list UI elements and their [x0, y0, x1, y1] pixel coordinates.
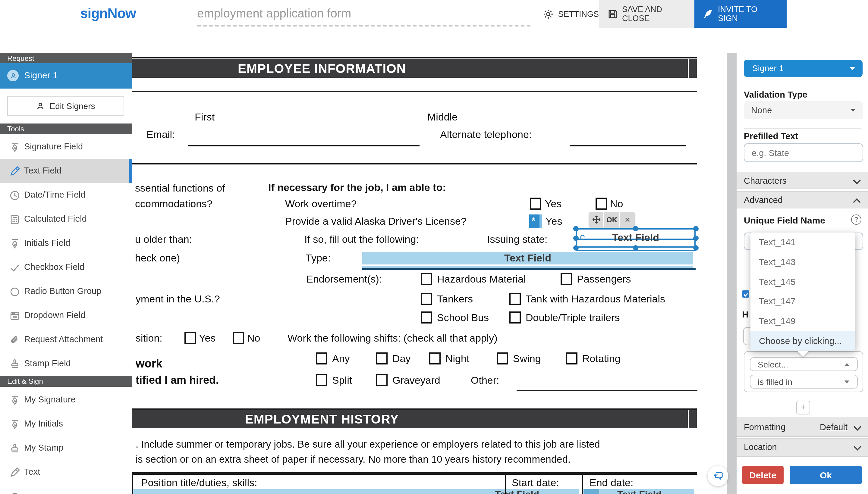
dropdown-option[interactable]: Text_143: [751, 252, 855, 272]
doc-fragment: sition:: [136, 332, 163, 345]
selected-field-label: Text Field: [577, 232, 695, 244]
table-end-header: End date:: [590, 477, 633, 489]
shift-checkbox[interactable]: [376, 374, 388, 386]
request-section-header: Request: [0, 53, 132, 64]
chevron-up-icon: [853, 198, 861, 206]
middle-label: Middle: [427, 111, 458, 124]
sidebar-item-radio-button-group[interactable]: Radio Button Group: [0, 280, 132, 304]
unique-field-name-label: Unique Field Name: [744, 215, 825, 225]
doc-fragment: yment in the U.S.?: [136, 293, 220, 305]
sidebar-item-dropdown-field[interactable]: Dropdown Field: [0, 304, 132, 328]
comments-button[interactable]: [708, 466, 728, 486]
condition-operator-select[interactable]: is filled in: [750, 375, 858, 388]
field-ok-button[interactable]: OK: [605, 212, 620, 227]
shift-checkbox[interactable]: [316, 374, 327, 386]
table-border: [132, 57, 697, 58]
sidebar-item-text[interactable]: Text: [0, 460, 132, 485]
invite-to-sign-button[interactable]: INVITE TO SIGN: [695, 0, 787, 28]
formatting-section-toggle[interactable]: Formatting Default: [737, 417, 868, 437]
ok-button[interactable]: Ok: [790, 466, 862, 484]
overtime-yes-checkbox[interactable]: [530, 197, 541, 210]
chevron-down-icon: [845, 380, 849, 383]
advanced-section-toggle[interactable]: Advanced: [737, 191, 868, 208]
save-and-close-button[interactable]: SAVE AND CLOSE: [599, 0, 695, 28]
help-icon[interactable]: ?: [851, 214, 861, 225]
dropdown-option[interactable]: Text_141: [751, 232, 855, 252]
history-paragraph-line1: . Include summer or temporary jobs. Be s…: [136, 439, 600, 450]
shift-checkbox[interactable]: [376, 353, 388, 364]
edit-signers-button[interactable]: Edit Signers: [7, 96, 124, 116]
employment-history-header: EMPLOYMENT HISTORY: [132, 410, 697, 428]
type-label: Type:: [306, 252, 331, 264]
field-close-button[interactable]: ×: [620, 212, 635, 227]
stamp-icon: [10, 359, 20, 369]
placed-text-field[interactable]: Text Field: [362, 252, 693, 264]
chevron-down-icon: [853, 423, 861, 431]
delete-button[interactable]: Delete: [742, 466, 783, 484]
panel-signer-select[interactable]: Signer 1: [744, 60, 863, 77]
bold-question: If necessary for the job, I am able to:: [268, 182, 446, 194]
dropdown-option[interactable]: Text_147: [751, 291, 855, 311]
table-start-header: Start date:: [512, 477, 559, 489]
license-yes-checkbox-checked[interactable]: *: [529, 214, 542, 228]
field-properties-panel: Signer 1 Validation Type None Prefilled …: [737, 53, 868, 494]
license-question: Provide a valid Alaska Driver's License?: [285, 216, 466, 228]
endorsement-checkbox[interactable]: [421, 311, 432, 324]
sidebar-item-calculated-field[interactable]: Calculated Field: [0, 207, 132, 232]
sidebar-item-checkbox-field[interactable]: Checkbox Field: [0, 255, 132, 280]
shift-checkbox[interactable]: [497, 353, 508, 364]
bottom-text-field[interactable]: Text Field: [599, 489, 695, 494]
validation-type-select[interactable]: None: [744, 101, 863, 119]
position-no-checkbox[interactable]: [233, 332, 244, 344]
overtime-no-checkbox[interactable]: [595, 197, 607, 210]
prefilled-text-input[interactable]: [744, 144, 863, 162]
settings-button[interactable]: SETTINGS: [534, 0, 607, 28]
sidebar-item-datetime-field[interactable]: Date/Time Field: [0, 183, 132, 208]
checked-checkbox[interactable]: [742, 290, 749, 298]
top-bar: signNow employment application form SETT…: [0, 0, 868, 28]
sidebar-signer-1[interactable]: Signer 1: [0, 63, 132, 89]
add-condition-button[interactable]: +: [796, 401, 810, 415]
bottom-text-field[interactable]: Text Field: [133, 489, 579, 494]
signnow-logo: signNow: [80, 5, 136, 22]
characters-section-toggle[interactable]: Characters: [737, 172, 868, 189]
shift-checkbox[interactable]: [429, 353, 441, 364]
location-section-toggle[interactable]: Location: [737, 438, 868, 457]
chevron-down-icon: [850, 67, 855, 71]
endorsement-checkbox[interactable]: [421, 293, 432, 305]
table-position-header: Position title/duties, skills:: [141, 477, 257, 489]
sidebar-item-text-field[interactable]: Text Field: [0, 159, 132, 184]
move-field-handle[interactable]: [589, 212, 604, 227]
endorsement-checkbox[interactable]: [560, 273, 572, 285]
formatting-default-link[interactable]: Default: [820, 422, 848, 432]
pen-nib-icon: [10, 395, 20, 405]
sidebar-item-request-attachment[interactable]: Request Attachment: [0, 328, 132, 353]
dropdown-option[interactable]: Text_149: [751, 311, 855, 331]
condition-field-select[interactable]: Select...: [750, 357, 858, 371]
doc-fragment: tified I am hired.: [136, 374, 219, 387]
sidebar-item-my-stamp[interactable]: My Stamp: [0, 436, 132, 461]
choose-by-clicking-option[interactable]: Choose by clicking...: [751, 331, 855, 350]
sidebar-item-partial[interactable]: [0, 484, 132, 494]
sidebar-item-my-initials[interactable]: My Initials: [0, 412, 132, 437]
shift-checkbox[interactable]: [566, 353, 577, 364]
sidebar-item-initials-field[interactable]: Initials Field: [0, 231, 132, 256]
form-line: [132, 163, 697, 165]
other-label: Other:: [471, 375, 499, 387]
doc-fragment: ccommodations?: [135, 198, 213, 210]
sidebar-item-my-signature[interactable]: My Signature: [0, 388, 132, 413]
sidebar-item-signature-field[interactable]: Signature Field: [0, 135, 132, 160]
pencil-icon: [10, 468, 20, 478]
endorsement-checkbox[interactable]: [509, 293, 521, 305]
shift-checkbox[interactable]: [316, 353, 327, 364]
save-icon: [608, 9, 618, 19]
document-title[interactable]: employment application form: [197, 7, 351, 20]
sidebar-item-stamp-field[interactable]: Stamp Field: [0, 352, 132, 377]
endorsement-checkbox[interactable]: [421, 273, 432, 285]
endorsement-checkbox[interactable]: [509, 311, 521, 324]
pencil-icon: [10, 166, 20, 176]
pen-nib-icon: [10, 142, 20, 152]
panel-signer-value: Signer 1: [752, 63, 783, 73]
position-yes-checkbox[interactable]: [184, 332, 196, 344]
dropdown-option[interactable]: Text_145: [751, 272, 855, 291]
